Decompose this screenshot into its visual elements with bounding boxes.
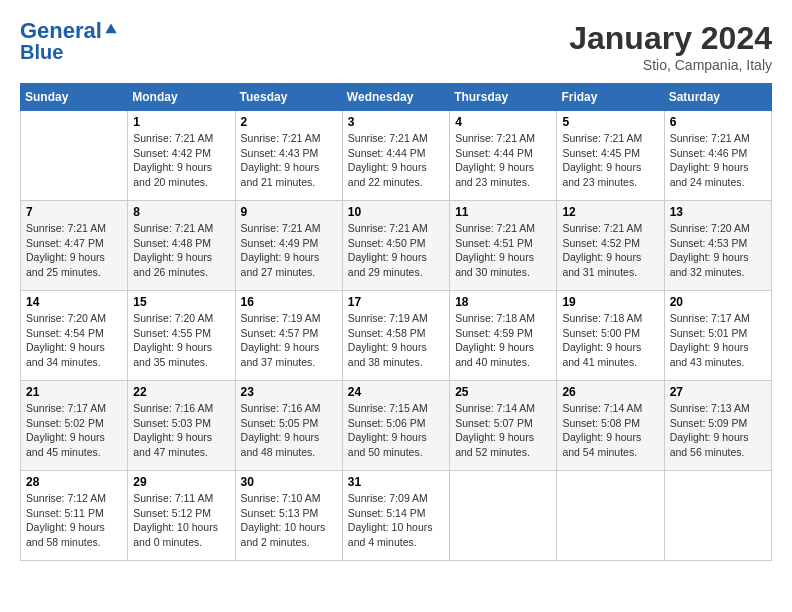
day-info: Sunrise: 7:20 AM Sunset: 4:53 PM Dayligh… bbox=[670, 221, 766, 280]
day-number: 15 bbox=[133, 295, 229, 309]
day-number: 27 bbox=[670, 385, 766, 399]
calendar-cell: 2Sunrise: 7:21 AM Sunset: 4:43 PM Daylig… bbox=[235, 111, 342, 201]
location-subtitle: Stio, Campania, Italy bbox=[569, 57, 772, 73]
day-info: Sunrise: 7:10 AM Sunset: 5:13 PM Dayligh… bbox=[241, 491, 337, 550]
logo: General Blue bbox=[20, 20, 118, 62]
calendar-cell bbox=[664, 471, 771, 561]
logo-blue: Blue bbox=[20, 42, 118, 62]
title-block: January 2024 Stio, Campania, Italy bbox=[569, 20, 772, 73]
calendar-cell: 14Sunrise: 7:20 AM Sunset: 4:54 PM Dayli… bbox=[21, 291, 128, 381]
day-info: Sunrise: 7:21 AM Sunset: 4:50 PM Dayligh… bbox=[348, 221, 444, 280]
day-info: Sunrise: 7:21 AM Sunset: 4:51 PM Dayligh… bbox=[455, 221, 551, 280]
day-info: Sunrise: 7:14 AM Sunset: 5:07 PM Dayligh… bbox=[455, 401, 551, 460]
day-info: Sunrise: 7:20 AM Sunset: 4:55 PM Dayligh… bbox=[133, 311, 229, 370]
calendar-cell bbox=[21, 111, 128, 201]
day-number: 16 bbox=[241, 295, 337, 309]
calendar-table: SundayMondayTuesdayWednesdayThursdayFrid… bbox=[20, 83, 772, 561]
calendar-week-row: 14Sunrise: 7:20 AM Sunset: 4:54 PM Dayli… bbox=[21, 291, 772, 381]
day-of-week-header: Saturday bbox=[664, 84, 771, 111]
calendar-cell: 22Sunrise: 7:16 AM Sunset: 5:03 PM Dayli… bbox=[128, 381, 235, 471]
day-info: Sunrise: 7:21 AM Sunset: 4:45 PM Dayligh… bbox=[562, 131, 658, 190]
calendar-week-row: 28Sunrise: 7:12 AM Sunset: 5:11 PM Dayli… bbox=[21, 471, 772, 561]
day-info: Sunrise: 7:18 AM Sunset: 4:59 PM Dayligh… bbox=[455, 311, 551, 370]
day-of-week-header: Friday bbox=[557, 84, 664, 111]
calendar-cell: 30Sunrise: 7:10 AM Sunset: 5:13 PM Dayli… bbox=[235, 471, 342, 561]
calendar-cell: 29Sunrise: 7:11 AM Sunset: 5:12 PM Dayli… bbox=[128, 471, 235, 561]
day-info: Sunrise: 7:13 AM Sunset: 5:09 PM Dayligh… bbox=[670, 401, 766, 460]
calendar-cell: 21Sunrise: 7:17 AM Sunset: 5:02 PM Dayli… bbox=[21, 381, 128, 471]
calendar-cell: 24Sunrise: 7:15 AM Sunset: 5:06 PM Dayli… bbox=[342, 381, 449, 471]
calendar-cell bbox=[557, 471, 664, 561]
day-number: 7 bbox=[26, 205, 122, 219]
day-number: 12 bbox=[562, 205, 658, 219]
day-info: Sunrise: 7:17 AM Sunset: 5:01 PM Dayligh… bbox=[670, 311, 766, 370]
day-info: Sunrise: 7:17 AM Sunset: 5:02 PM Dayligh… bbox=[26, 401, 122, 460]
day-info: Sunrise: 7:21 AM Sunset: 4:44 PM Dayligh… bbox=[455, 131, 551, 190]
day-number: 23 bbox=[241, 385, 337, 399]
calendar-cell: 23Sunrise: 7:16 AM Sunset: 5:05 PM Dayli… bbox=[235, 381, 342, 471]
calendar-cell: 12Sunrise: 7:21 AM Sunset: 4:52 PM Dayli… bbox=[557, 201, 664, 291]
day-number: 14 bbox=[26, 295, 122, 309]
day-number: 17 bbox=[348, 295, 444, 309]
day-info: Sunrise: 7:21 AM Sunset: 4:43 PM Dayligh… bbox=[241, 131, 337, 190]
calendar-cell: 25Sunrise: 7:14 AM Sunset: 5:07 PM Dayli… bbox=[450, 381, 557, 471]
day-info: Sunrise: 7:16 AM Sunset: 5:03 PM Dayligh… bbox=[133, 401, 229, 460]
day-info: Sunrise: 7:21 AM Sunset: 4:48 PM Dayligh… bbox=[133, 221, 229, 280]
calendar-cell: 28Sunrise: 7:12 AM Sunset: 5:11 PM Dayli… bbox=[21, 471, 128, 561]
day-number: 2 bbox=[241, 115, 337, 129]
day-of-week-header: Sunday bbox=[21, 84, 128, 111]
month-title: January 2024 bbox=[569, 20, 772, 57]
day-info: Sunrise: 7:14 AM Sunset: 5:08 PM Dayligh… bbox=[562, 401, 658, 460]
day-info: Sunrise: 7:21 AM Sunset: 4:52 PM Dayligh… bbox=[562, 221, 658, 280]
day-number: 21 bbox=[26, 385, 122, 399]
calendar-cell: 9Sunrise: 7:21 AM Sunset: 4:49 PM Daylig… bbox=[235, 201, 342, 291]
day-number: 25 bbox=[455, 385, 551, 399]
calendar-cell: 17Sunrise: 7:19 AM Sunset: 4:58 PM Dayli… bbox=[342, 291, 449, 381]
day-info: Sunrise: 7:21 AM Sunset: 4:42 PM Dayligh… bbox=[133, 131, 229, 190]
day-number: 29 bbox=[133, 475, 229, 489]
day-number: 5 bbox=[562, 115, 658, 129]
day-number: 9 bbox=[241, 205, 337, 219]
calendar-cell: 31Sunrise: 7:09 AM Sunset: 5:14 PM Dayli… bbox=[342, 471, 449, 561]
day-info: Sunrise: 7:21 AM Sunset: 4:44 PM Dayligh… bbox=[348, 131, 444, 190]
day-info: Sunrise: 7:11 AM Sunset: 5:12 PM Dayligh… bbox=[133, 491, 229, 550]
day-number: 4 bbox=[455, 115, 551, 129]
day-number: 26 bbox=[562, 385, 658, 399]
day-info: Sunrise: 7:19 AM Sunset: 4:57 PM Dayligh… bbox=[241, 311, 337, 370]
day-number: 3 bbox=[348, 115, 444, 129]
calendar-cell: 7Sunrise: 7:21 AM Sunset: 4:47 PM Daylig… bbox=[21, 201, 128, 291]
day-info: Sunrise: 7:16 AM Sunset: 5:05 PM Dayligh… bbox=[241, 401, 337, 460]
day-info: Sunrise: 7:15 AM Sunset: 5:06 PM Dayligh… bbox=[348, 401, 444, 460]
calendar-cell: 10Sunrise: 7:21 AM Sunset: 4:50 PM Dayli… bbox=[342, 201, 449, 291]
day-of-week-header: Wednesday bbox=[342, 84, 449, 111]
day-info: Sunrise: 7:19 AM Sunset: 4:58 PM Dayligh… bbox=[348, 311, 444, 370]
calendar-week-row: 21Sunrise: 7:17 AM Sunset: 5:02 PM Dayli… bbox=[21, 381, 772, 471]
day-number: 28 bbox=[26, 475, 122, 489]
logo-text: General bbox=[20, 20, 102, 42]
calendar-cell: 20Sunrise: 7:17 AM Sunset: 5:01 PM Dayli… bbox=[664, 291, 771, 381]
calendar-cell: 18Sunrise: 7:18 AM Sunset: 4:59 PM Dayli… bbox=[450, 291, 557, 381]
day-info: Sunrise: 7:09 AM Sunset: 5:14 PM Dayligh… bbox=[348, 491, 444, 550]
calendar-header-row: SundayMondayTuesdayWednesdayThursdayFrid… bbox=[21, 84, 772, 111]
day-number: 6 bbox=[670, 115, 766, 129]
day-of-week-header: Thursday bbox=[450, 84, 557, 111]
day-number: 11 bbox=[455, 205, 551, 219]
calendar-week-row: 1Sunrise: 7:21 AM Sunset: 4:42 PM Daylig… bbox=[21, 111, 772, 201]
day-number: 22 bbox=[133, 385, 229, 399]
calendar-week-row: 7Sunrise: 7:21 AM Sunset: 4:47 PM Daylig… bbox=[21, 201, 772, 291]
day-info: Sunrise: 7:18 AM Sunset: 5:00 PM Dayligh… bbox=[562, 311, 658, 370]
calendar-cell: 1Sunrise: 7:21 AM Sunset: 4:42 PM Daylig… bbox=[128, 111, 235, 201]
calendar-cell: 11Sunrise: 7:21 AM Sunset: 4:51 PM Dayli… bbox=[450, 201, 557, 291]
calendar-cell: 6Sunrise: 7:21 AM Sunset: 4:46 PM Daylig… bbox=[664, 111, 771, 201]
calendar-cell bbox=[450, 471, 557, 561]
day-info: Sunrise: 7:21 AM Sunset: 4:47 PM Dayligh… bbox=[26, 221, 122, 280]
calendar-cell: 3Sunrise: 7:21 AM Sunset: 4:44 PM Daylig… bbox=[342, 111, 449, 201]
svg-marker-0 bbox=[105, 23, 116, 33]
calendar-cell: 19Sunrise: 7:18 AM Sunset: 5:00 PM Dayli… bbox=[557, 291, 664, 381]
calendar-cell: 26Sunrise: 7:14 AM Sunset: 5:08 PM Dayli… bbox=[557, 381, 664, 471]
day-info: Sunrise: 7:20 AM Sunset: 4:54 PM Dayligh… bbox=[26, 311, 122, 370]
day-number: 19 bbox=[562, 295, 658, 309]
day-number: 20 bbox=[670, 295, 766, 309]
calendar-cell: 16Sunrise: 7:19 AM Sunset: 4:57 PM Dayli… bbox=[235, 291, 342, 381]
day-number: 24 bbox=[348, 385, 444, 399]
